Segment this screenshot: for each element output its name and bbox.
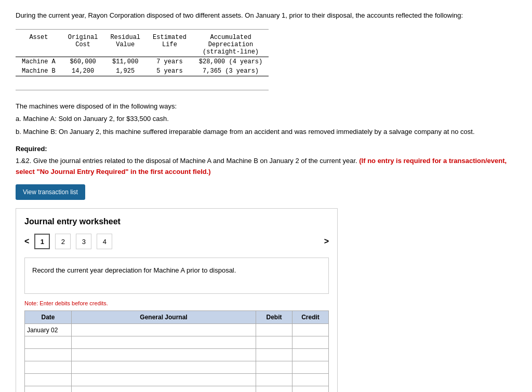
row6-credit-input[interactable] [295,389,326,392]
table-row: January 02 [25,324,329,336]
asset-table-wrapper: Asset Original Cost Residual Value Estim… [16,29,269,90]
machine-a-dep: $28,000 (4 years) [193,57,269,66]
row1-debit[interactable] [256,324,292,336]
table-row [25,336,329,349]
row2-credit[interactable] [292,336,329,349]
row5-date[interactable] [25,374,72,386]
header-credit: Credit [292,311,329,324]
machine-a-cost: $60,000 [62,57,104,66]
note-text: Note: Enter debits before credits. [24,300,329,306]
row4-debit[interactable] [256,361,292,374]
row4-credit[interactable] [292,361,329,374]
tab-2[interactable]: 2 [55,234,71,249]
table-row [25,349,329,361]
row6-credit[interactable] [292,386,329,392]
row3-date-input[interactable] [27,352,69,359]
table-row [25,374,329,386]
row3-credit-input[interactable] [295,352,326,359]
disposal-item-b: b. Machine B: On January 2, this machine… [16,127,516,138]
col-accum-header: Accumulated Depreciation (straight-line) [193,33,269,57]
instruction-text-box: Record the current year depreciation for… [32,266,236,274]
col-residual-header: Residual Value [104,33,147,57]
row5-debit-input[interactable] [258,376,290,384]
required-label: Required: [16,145,516,153]
row2-credit-input[interactable] [295,339,326,346]
instruction-box: Record the current year depreciation for… [24,258,329,294]
row5-journal[interactable] [72,374,256,386]
intro-paragraph: During the current year, Rayon Corporati… [16,10,516,21]
row4-date-input[interactable] [27,364,69,371]
tab-prev-arrow[interactable]: < [24,237,29,246]
row4-credit-input[interactable] [295,364,326,371]
machine-b-dep: 7,365 (3 years) [193,66,269,76]
journal-table: Date General Journal Debit Credit Januar… [24,310,329,392]
row2-debit[interactable] [256,336,292,349]
asset-row-machine-b: Machine B 14,200 1,925 5 years 7,365 (3 … [16,66,269,76]
row1-credit[interactable] [292,324,329,336]
disposal-section: The machines were disposed of in the fol… [16,101,516,138]
table-row [25,361,329,374]
row4-date[interactable] [25,361,72,374]
tab-3[interactable]: 3 [76,234,91,249]
row1-journal-input[interactable] [74,327,254,334]
asset-table: Asset Original Cost Residual Value Estim… [16,33,269,76]
machine-b-name: Machine B [16,66,62,76]
row5-date-input[interactable] [27,376,69,384]
row5-credit-input[interactable] [295,376,326,384]
required-section: Required: 1.&2. Give the journal entries… [16,145,516,178]
tab-4[interactable]: 4 [97,234,112,249]
tab-navigation: < 1 2 3 4 > [24,234,329,249]
machine-a-life: 7 years [147,57,193,66]
journal-title: Journal entry worksheet [24,217,329,226]
row1-debit-input[interactable] [258,327,290,334]
instruction-text: 1.&2. Give the journal entries related t… [16,156,516,178]
machine-b-life: 5 years [147,66,193,76]
journal-worksheet: Journal entry worksheet < 1 2 3 4 > Reco… [16,208,338,392]
header-journal: General Journal [72,311,256,324]
row4-journal[interactable] [72,361,256,374]
table-row [25,386,329,392]
row4-debit-input[interactable] [258,364,290,371]
row1-credit-input[interactable] [295,327,326,334]
row6-date[interactable] [25,386,72,392]
row2-journal-input[interactable] [74,339,254,346]
row3-credit[interactable] [292,349,329,361]
row1-journal[interactable] [72,324,256,336]
row2-journal[interactable] [72,336,256,349]
disposal-heading: The machines were disposed of in the fol… [16,101,516,112]
instruction-plain: 1.&2. Give the journal entries related t… [16,157,357,165]
header-date: Date [25,311,72,324]
row3-debit[interactable] [256,349,292,361]
header-debit: Debit [256,311,292,324]
machine-b-cost: 14,200 [62,66,104,76]
col-cost-header: Original Cost [62,33,104,57]
view-transaction-button[interactable]: View transaction list [16,184,85,200]
row5-debit[interactable] [256,374,292,386]
row6-journal-input[interactable] [74,389,254,392]
row3-journal[interactable] [72,349,256,361]
row3-debit-input[interactable] [258,352,290,359]
row2-debit-input[interactable] [258,339,290,346]
row5-credit[interactable] [292,374,329,386]
asset-row-machine-a: Machine A $60,000 $11,000 7 years $28,00… [16,57,269,66]
col-asset-header: Asset [16,33,62,57]
row3-journal-input[interactable] [74,352,254,359]
machine-b-residual: 1,925 [104,66,147,76]
row4-journal-input[interactable] [74,364,254,371]
row5-journal-input[interactable] [74,376,254,384]
col-life-header: Estimated Life [147,33,193,57]
row6-debit[interactable] [256,386,292,392]
row6-journal[interactable] [72,386,256,392]
row6-date-input[interactable] [27,389,69,392]
disposal-item-a: a. Machine A: Sold on January 2, for $33… [16,114,516,125]
row3-date[interactable] [25,349,72,361]
tab-1[interactable]: 1 [34,234,50,249]
row2-date[interactable] [25,336,72,349]
tab-next-arrow[interactable]: > [324,237,329,246]
row1-date: January 02 [25,324,72,336]
machine-a-name: Machine A [16,57,62,66]
machine-a-residual: $11,000 [104,57,147,66]
row6-debit-input[interactable] [258,389,290,392]
row2-date-input[interactable] [27,339,69,346]
